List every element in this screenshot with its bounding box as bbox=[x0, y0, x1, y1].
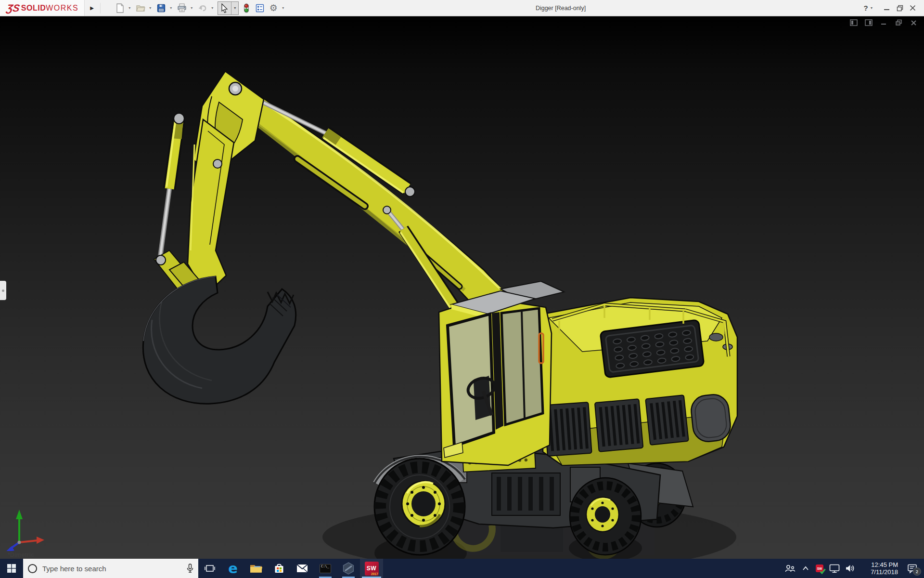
taskbar-search[interactable] bbox=[23, 559, 198, 578]
doc-close-button[interactable] bbox=[910, 19, 917, 26]
bucket[interactable] bbox=[143, 276, 295, 404]
clock-date: 7/11/2018 bbox=[861, 568, 898, 576]
taskbar: e C: bbox=[0, 559, 924, 578]
save-button[interactable] bbox=[154, 2, 168, 14]
task-view-button[interactable] bbox=[198, 559, 221, 578]
file-properties-icon bbox=[256, 4, 264, 13]
tray-clock[interactable]: 12:45 PM 7/11/2018 bbox=[861, 561, 898, 576]
tray-overflow-chevron[interactable] bbox=[799, 559, 812, 578]
rear-left-wheel[interactable] bbox=[570, 478, 641, 555]
taskbar-app-solidworks-2017[interactable]: SW 2017 bbox=[360, 559, 383, 578]
taskbar-apps: e C: bbox=[198, 559, 383, 578]
rear-panel bbox=[690, 393, 732, 443]
solidworks-logo-bold: SOLID bbox=[21, 4, 46, 13]
people-icon bbox=[784, 564, 796, 573]
select-cursor-button[interactable] bbox=[218, 2, 231, 14]
gear-icon: ⚙ bbox=[270, 3, 278, 13]
side-vent-3 bbox=[645, 395, 689, 445]
featuremanager-tab-dot bbox=[2, 289, 4, 292]
open-document-button[interactable] bbox=[134, 2, 147, 14]
solidworks-tray-icon[interactable]: SW bbox=[812, 559, 827, 578]
taskbar-app-edge[interactable]: e bbox=[221, 559, 244, 578]
window-controls: ? ▾ bbox=[861, 2, 924, 14]
solidworks-2017-icon: SW 2017 bbox=[365, 562, 379, 576]
chevron-up-icon bbox=[802, 565, 809, 571]
restore-button[interactable] bbox=[893, 2, 906, 14]
print-icon bbox=[177, 3, 187, 13]
speaker-icon bbox=[845, 564, 855, 573]
viewport[interactable]: *Dimetric bbox=[0, 16, 924, 559]
doc-restore-button[interactable] bbox=[895, 19, 902, 26]
new-document-button[interactable] bbox=[113, 2, 127, 14]
task-view-icon bbox=[205, 564, 215, 573]
featuremanager-tab[interactable] bbox=[0, 281, 6, 300]
rebuild-traffic-light-icon bbox=[243, 3, 250, 13]
command-prompt-icon: C:\_ bbox=[320, 564, 331, 573]
window-title: Digger [Read-only] bbox=[536, 0, 586, 16]
rebuild-button[interactable] bbox=[240, 2, 253, 14]
doc-pane-toggle-left[interactable] bbox=[850, 19, 858, 26]
edge-icon: e bbox=[228, 562, 238, 576]
solidworks-logo-light: WORKS bbox=[46, 4, 78, 13]
edrawings-hexagon-icon bbox=[342, 562, 355, 575]
side-vent-1 bbox=[544, 402, 591, 456]
front-left-wheel[interactable] bbox=[374, 459, 465, 555]
undo-button[interactable] bbox=[196, 2, 209, 14]
cab[interactable] bbox=[439, 281, 564, 465]
help-button[interactable]: ? bbox=[861, 2, 871, 14]
engine-house[interactable] bbox=[543, 298, 737, 465]
save-dropdown-caret[interactable]: ▾ bbox=[168, 6, 174, 10]
save-icon bbox=[157, 4, 166, 13]
select-cursor-icon bbox=[220, 3, 229, 13]
taskbar-app-edrawings[interactable] bbox=[337, 559, 360, 578]
bucket-cylinder[interactable] bbox=[160, 113, 184, 260]
network-icon[interactable] bbox=[827, 559, 842, 578]
document-window-controls bbox=[850, 19, 917, 26]
doc-minimize-button[interactable] bbox=[880, 19, 887, 26]
start-button[interactable] bbox=[0, 559, 23, 578]
options-dropdown-caret[interactable]: ▾ bbox=[280, 6, 286, 10]
view-orientation-label: *Dimetric bbox=[8, 552, 34, 558]
open-document-icon bbox=[136, 4, 145, 13]
file-explorer-icon bbox=[250, 563, 262, 574]
windows-logo-icon bbox=[7, 564, 16, 573]
orientation-triad bbox=[3, 505, 47, 551]
check-icon bbox=[820, 568, 826, 574]
side-vent-2 bbox=[595, 399, 643, 452]
new-dropdown-caret[interactable]: ▾ bbox=[127, 6, 132, 10]
solidworks-logo-glyph: ƷS bbox=[6, 2, 21, 14]
taskbar-app-mail[interactable] bbox=[291, 559, 314, 578]
store-icon bbox=[273, 563, 285, 574]
close-button[interactable] bbox=[906, 2, 919, 14]
open-dropdown-caret[interactable]: ▾ bbox=[147, 6, 153, 10]
select-dropdown-caret[interactable]: ▾ bbox=[231, 2, 238, 14]
undo-dropdown-caret[interactable]: ▾ bbox=[209, 6, 215, 10]
boom[interactable] bbox=[225, 76, 509, 318]
solidworks-logo: ƷS SOLID WORKS bbox=[0, 0, 85, 16]
taskbar-app-command-prompt[interactable]: C:\_ bbox=[314, 559, 337, 578]
search-input[interactable] bbox=[41, 564, 182, 573]
taskbar-app-store[interactable] bbox=[268, 559, 291, 578]
taskbar-app-file-explorer[interactable] bbox=[244, 559, 268, 578]
action-center-button[interactable]: 2 bbox=[903, 559, 922, 578]
doc-pane-toggle-right[interactable] bbox=[865, 19, 873, 26]
microphone-icon[interactable] bbox=[187, 564, 193, 573]
people-button[interactable] bbox=[781, 559, 799, 578]
print-dropdown-caret[interactable]: ▾ bbox=[189, 6, 194, 10]
dipper-stick[interactable] bbox=[188, 119, 234, 295]
new-document-icon bbox=[116, 3, 124, 13]
options-button[interactable]: ⚙ bbox=[267, 2, 280, 14]
menu-flyout-button[interactable]: ▶ bbox=[87, 3, 101, 13]
select-tool-group: ▾ bbox=[218, 1, 239, 15]
clock-time: 12:45 PM bbox=[861, 561, 898, 568]
help-dropdown-caret[interactable]: ▾ bbox=[871, 6, 876, 10]
cortana-icon bbox=[28, 564, 37, 573]
excavator-model[interactable] bbox=[0, 16, 924, 559]
minimize-button[interactable] bbox=[880, 2, 893, 14]
undo-icon bbox=[198, 4, 207, 13]
monitor-icon bbox=[829, 564, 840, 573]
file-properties-button[interactable] bbox=[253, 2, 267, 14]
print-button[interactable] bbox=[175, 2, 189, 14]
volume-icon[interactable] bbox=[842, 559, 858, 578]
quick-access-toolbar: ▾ ▾ ▾ bbox=[113, 1, 287, 15]
